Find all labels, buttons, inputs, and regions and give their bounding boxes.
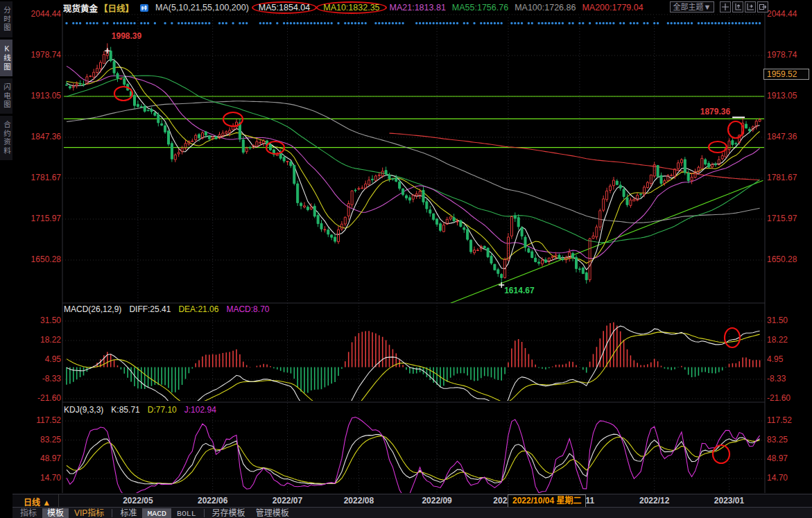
macd-dea-value: DEA:21.06 [178,304,218,314]
date-label-2023-01: 2023/01 [714,496,744,506]
period-selector[interactable]: 日线 ▲ [12,494,59,507]
ma-value-6: MA200:1779.04 [582,3,643,12]
chart-canvas[interactable]: 1998.391614.671879.36 [0,0,812,518]
crosshair-price-label: 1959.52 [763,69,809,80]
kdj-axis-left-0: 117.52 [18,415,61,425]
trading-app-window: 1998.391614.671879.36 现货黄金【日线】 MA(5,10,2… [0,0,812,518]
toolbar-tab-boll[interactable]: BOLL [172,508,201,518]
macd-axis-left-2: 4.95 [18,354,61,364]
macd-title: MACD(26,12,9) [64,304,121,314]
crosshair-tool-button[interactable] [720,1,731,12]
price-axis-right-6: 1650.28 [767,254,810,264]
main-price-pane[interactable] [64,43,764,303]
macd-bars-negative [67,367,726,392]
kdj-axis-right-2: 48.97 [767,454,810,463]
highlight-circle [709,141,727,153]
price-axis-left-0: 2044.44 [18,9,61,19]
price-axis-right-4: 1781.67 [767,173,810,182]
toolbar-tab-2[interactable]: VIP指标 [69,508,109,518]
kdj-k-line [67,434,760,484]
recent-high-price-label: 1879.36 [700,107,731,116]
pop-out-pane-button[interactable] [757,1,768,12]
toolbar-separator [112,509,112,517]
toolbar-tab-3[interactable]: 标准 [115,508,141,518]
price-axis-right-0: 2044.44 [767,9,810,19]
kdj-axis-left-3: 14.70 [18,473,61,483]
candlestick-mini-icon [140,3,149,12]
toolbar-tab-0[interactable]: 指标 [15,508,42,518]
sidebar-tab-0[interactable]: 分时图 [0,1,12,37]
period-label: 日线 ▲ [24,496,51,508]
kdj-title: KDJ(9,3,3) [64,405,103,415]
trendline [451,180,763,303]
zoom-horizontal-axis-button[interactable] [745,1,756,12]
date-label-2022-06: 2022/06 [198,496,227,506]
kdj-axis-left-1: 83.25 [18,435,61,444]
date-label-2022-12: 2022/12 [639,496,669,506]
price-axis-right-2: 1913.05 [767,91,810,101]
macd-axis-right-0: 31.50 [767,316,810,325]
kdj-pane[interactable] [67,417,760,499]
theme-dropdown-button[interactable]: 全部主题▼ [670,1,714,12]
macd-highlight-circle [725,328,740,347]
date-label-2022-08: 2022/08 [344,496,374,506]
up-candles [72,43,761,282]
indicator-toolbar: 指标模板VIP指标标准MACDBOLL另存模板管理模板 [12,507,812,518]
macd-axis-left-0: 31.50 [18,316,61,325]
sidebar-tab-2[interactable]: 闪电图 [0,78,12,114]
kdj-d-value: D:77.10 [148,405,177,415]
chart-type-sidebar: 分时图K线图闪电图合约资料 [0,0,12,518]
ma-values-row: MA5:1854.04MA10:1832.35MA21:1813.81MA55:… [255,1,643,14]
macd-diff-value: DIFF:25.41 [129,304,171,314]
ma-value-1: MA5:1854.04 [252,1,317,14]
macd-axis-right-4: -21.60 [767,393,810,403]
sidebar-tab-1[interactable]: K线图 [0,40,12,76]
date-label-2022-09: 2022/09 [422,496,451,506]
macd-axis-left-4: -21.60 [18,393,61,403]
price-axis-left-3: 1847.36 [18,132,61,141]
highlight-circle [728,121,743,138]
kdj-axis-left-2: 48.97 [18,454,61,463]
macd-axis-left-3: -8.33 [18,374,61,383]
macd-macd-value: MACD:8.70 [226,304,269,314]
ma100-line [67,101,760,223]
ma200-line [390,133,760,180]
toolbar-tab-6[interactable]: 另存模板 [207,508,250,518]
kdj-axis-right-1: 83.25 [767,435,810,444]
date-label-2022-05: 2022/05 [123,496,153,506]
kdj-j-line [67,417,760,499]
crosshair-date-label: 2022/10/04 星期二 [508,494,586,508]
macd-axis-right-2: 4.95 [767,354,810,364]
ma-value-3: MA21:1813.81 [390,3,446,12]
toolbar-tab-1[interactable]: 模板 [42,508,69,518]
sidebar-tab-3[interactable]: 合约资料 [0,116,12,160]
ma-value-5: MA100:1726.86 [515,3,576,12]
price-axis-left-2: 1913.05 [18,91,61,101]
macd-bars-positive [94,322,759,368]
toolbar-tab-7[interactable]: 管理模板 [251,508,294,518]
ma-value-4: MA55:1756.76 [452,3,508,12]
price-axis-left-6: 1650.28 [18,254,61,264]
zoom-vertical-axis-button[interactable] [732,1,743,12]
ma-settings-label: MA(5,10,21,55,100,200) [155,3,249,12]
price-axis-right-3: 1847.36 [767,132,810,141]
price-axis-right-5: 1715.97 [767,214,810,223]
time-axis-row: 日线 ▲ 2022/052022/062022/072022/082022/09… [12,494,812,507]
kdj-axis-right-3: 14.70 [767,473,810,483]
macd-header: MACD(26,12,9) DIFF:25.41 DEA:21.06 MACD:… [64,304,269,314]
price-axis-left-1: 1978.74 [18,50,61,60]
ma21-line [67,66,760,258]
kdj-highlight-circle [713,445,729,463]
kdj-header: KDJ(9,3,3) K:85.71 D:77.10 J:102.94 [64,405,216,415]
ma-value-2: MA10:1832.35 [316,1,386,14]
period-tag: 【日线】 [99,1,134,15]
symbol-name: 现货黄金 [63,1,98,15]
macd-axis-left-1: 18.22 [18,335,61,345]
kdj-k-value: K:85.71 [111,405,139,415]
price-axis-right-1: 1978.74 [767,50,810,60]
macd-axis-right-3: -8.33 [767,374,810,383]
toolbar-separator [204,509,205,517]
chart-header: 现货黄金【日线】 MA(5,10,21,55,100,200) MA5:1854… [63,1,643,15]
toolbar-tab-macd[interactable]: MACD [142,508,171,518]
macd-axis-right-1: 18.22 [767,335,810,345]
